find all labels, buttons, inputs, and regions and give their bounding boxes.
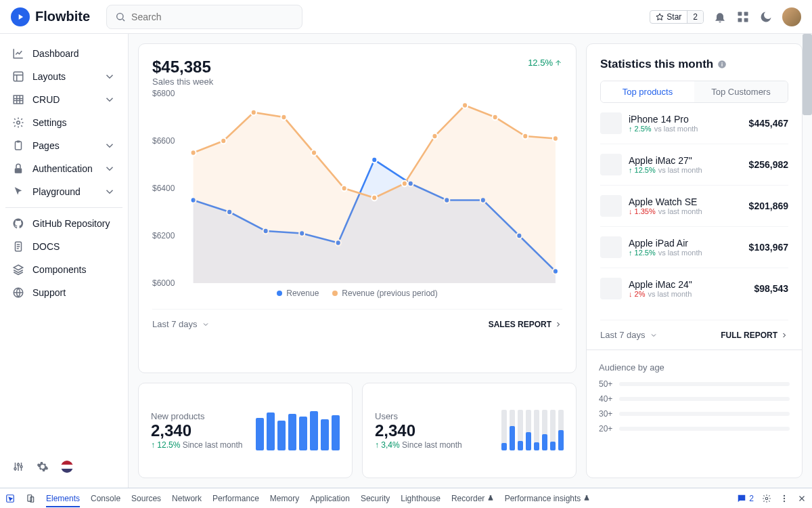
sidebar: DashboardLayoutsCRUDSettingsPagesAuthent…	[0, 34, 129, 488]
sidebar-item-authentication[interactable]: Authentication	[5, 157, 122, 180]
devtools-tab-elements[interactable]: Elements	[46, 494, 80, 507]
mini-chart	[256, 410, 340, 450]
sidebar-item-docs[interactable]: DOCS	[5, 235, 122, 258]
sidebar-item-settings[interactable]: Settings	[5, 111, 122, 134]
chevron-down-icon	[104, 140, 116, 152]
chevron-down-icon	[104, 93, 116, 106]
logo[interactable]: Flowbite	[11, 7, 90, 26]
tab-top-products[interactable]: Top products	[601, 81, 694, 102]
sidebar-item-support[interactable]: Support	[5, 281, 122, 304]
search-field[interactable]	[131, 12, 294, 22]
devtools-tab-network[interactable]: Network	[172, 494, 202, 503]
audience-row: 40+	[599, 394, 790, 404]
product-row[interactable]: Apple Watch SE ↓ 1.35%vs last month $201…	[600, 186, 788, 227]
inspect-icon[interactable]	[5, 494, 15, 503]
apps-icon[interactable]	[736, 10, 750, 24]
sales-label: Sales this week	[152, 77, 213, 87]
devtools-tab-performance[interactable]: Performance	[212, 494, 259, 503]
range-select[interactable]: Last 7 days	[152, 319, 210, 329]
sidebar-item-crud[interactable]: CRUD	[5, 88, 122, 111]
cursor-icon	[12, 186, 24, 198]
full-report-link[interactable]: FULL REPORT	[721, 331, 788, 340]
bar-track	[534, 410, 539, 450]
svg-marker-1	[656, 14, 663, 20]
arrow-up-icon: ↑ 12.5%	[151, 440, 180, 450]
product-row[interactable]: Apple iMac 24" ↓ 2%vs last month $98,543	[600, 268, 788, 309]
product-name: Apple iMac 27"	[629, 155, 742, 166]
arrow-up-icon: ↑ 2.5%	[629, 125, 652, 133]
bar	[267, 412, 275, 450]
product-row[interactable]: iPhone 14 Pro ↑ 2.5%vs last month $445,4…	[600, 103, 788, 144]
svg-point-36	[432, 133, 437, 140]
vs-label: vs last month	[648, 290, 692, 298]
bar	[310, 411, 318, 450]
devtools-tab-recorder[interactable]: Recorder	[451, 494, 494, 503]
close-icon[interactable]	[797, 494, 807, 503]
devtools-tab-performance-insights[interactable]: Performance insights	[505, 494, 590, 503]
bar-fill	[550, 442, 556, 450]
devtools-tab-application[interactable]: Application	[310, 494, 350, 503]
scrollbar[interactable]	[803, 34, 812, 115]
devtools-tab-console[interactable]: Console	[91, 494, 120, 503]
svg-point-31	[281, 114, 286, 121]
gear-icon[interactable]	[37, 461, 49, 473]
arrow-up-icon: ↑ 12.5%	[629, 249, 656, 257]
devtools-tab-security[interactable]: Security	[361, 494, 390, 503]
star-button[interactable]: Star 2	[650, 10, 704, 24]
audience-card: Audience by age 50+40+30+20+	[587, 350, 802, 451]
flask-icon	[487, 494, 494, 501]
vs-label: vs last month	[654, 125, 698, 133]
bar-fill	[542, 434, 547, 450]
mini-value: 2,340	[375, 421, 462, 440]
product-name: Apple iPad Air	[629, 238, 742, 249]
stats-range-select[interactable]: Last 7 days	[600, 330, 658, 340]
arrow-down-icon: ↓ 1.35%	[629, 207, 656, 215]
sidebar-item-pages[interactable]: Pages	[5, 134, 122, 157]
chevron-down-icon	[202, 320, 210, 329]
sidebar-item-label: Support	[32, 287, 66, 298]
chevron-down-icon	[104, 70, 116, 83]
sidebar-item-github-repository[interactable]: GitHub Repository	[5, 212, 122, 235]
sales-report-link[interactable]: SALES REPORT	[489, 320, 562, 329]
star-count: 2	[687, 11, 703, 23]
flask-icon	[583, 494, 590, 501]
devtools-tab-sources[interactable]: Sources	[131, 494, 161, 503]
topbar: Flowbite Star 2	[0, 0, 812, 34]
svg-rect-5	[744, 18, 748, 22]
arrow-up-icon	[554, 59, 562, 67]
svg-point-15	[18, 464, 20, 466]
errors-badge[interactable]: 2	[737, 494, 754, 503]
more-icon[interactable]	[780, 494, 789, 503]
sidebar-item-label: CRUD	[32, 94, 60, 105]
adjustments-icon[interactable]	[12, 461, 24, 473]
gear-icon[interactable]	[762, 494, 771, 503]
sidebar-item-playground[interactable]: Playground	[5, 180, 122, 203]
sidebar-item-layouts[interactable]: Layouts	[5, 65, 122, 88]
product-row[interactable]: Apple iMac 27" ↑ 12.5%vs last month $256…	[600, 144, 788, 186]
tab-top-customers[interactable]: Top Customers	[694, 81, 788, 102]
svg-rect-11	[15, 168, 22, 173]
devtools-tab-memory[interactable]: Memory	[270, 494, 299, 503]
sidebar-item-components[interactable]: Components	[5, 258, 122, 281]
divider	[5, 207, 122, 208]
vs-label: vs last month	[658, 249, 702, 257]
arrow-up-icon: ↑ 3,4%	[375, 440, 400, 450]
avatar[interactable]	[782, 7, 801, 26]
lock-icon	[12, 163, 24, 175]
audience-row: 30+	[599, 409, 790, 419]
sidebar-item-label: GitHub Repository	[32, 218, 110, 229]
moon-icon[interactable]	[759, 10, 773, 24]
device-icon[interactable]	[26, 494, 35, 503]
audience-bar	[619, 427, 790, 431]
sidebar-item-dashboard[interactable]: Dashboard	[5, 42, 122, 65]
product-price: $98,543	[754, 283, 788, 294]
bar-track	[501, 410, 507, 450]
mini-card-0: New products 2,340 ↑ 12.5% Since last mo…	[138, 383, 353, 479]
sales-card: $45,385 Sales this week 12.5% $6800$6600…	[138, 43, 577, 373]
devtools-tab-lighthouse[interactable]: Lighthouse	[401, 494, 441, 503]
flag-icon[interactable]	[61, 461, 73, 473]
product-row[interactable]: Apple iPad Air ↑ 12.5%vs last month $103…	[600, 227, 788, 268]
bell-icon[interactable]	[713, 10, 727, 24]
globe-icon	[12, 287, 24, 299]
search-input[interactable]	[106, 5, 302, 29]
